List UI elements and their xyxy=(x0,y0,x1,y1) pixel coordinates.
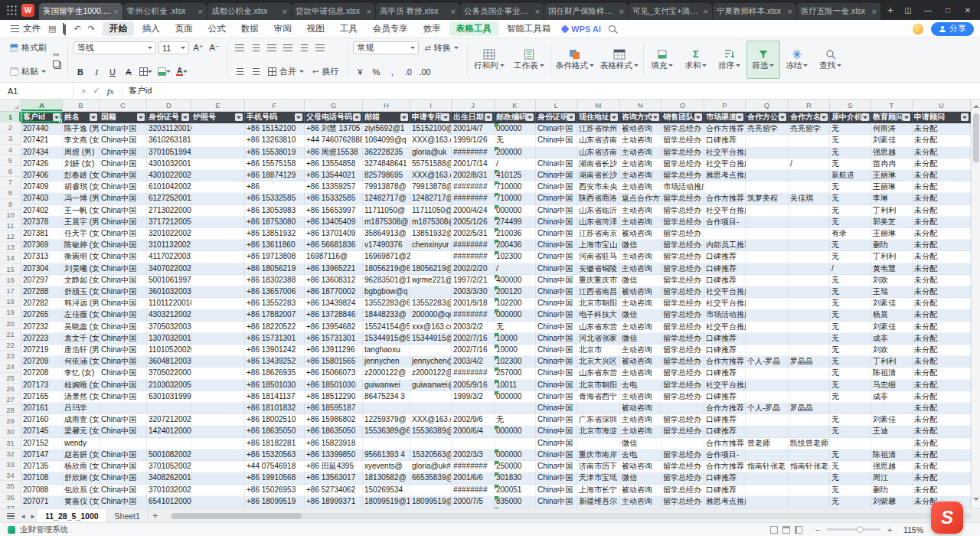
cell[interactable]: China中国 xyxy=(536,333,577,345)
cell[interactable]: 612725200110100019 xyxy=(147,193,191,204)
cell[interactable]: 18099519@1 xyxy=(410,496,452,508)
column-header-E[interactable]: E xyxy=(191,100,245,111)
header-cell[interactable]: 销售团队 xyxy=(662,112,704,123)
cell[interactable] xyxy=(746,205,789,217)
cell[interactable] xyxy=(746,135,789,146)
cell[interactable]: 济南市历下 xyxy=(577,461,620,472)
cell[interactable]: ######## xyxy=(452,193,495,204)
cell[interactable]: 207165 xyxy=(21,391,63,403)
cell[interactable]: 成非 xyxy=(871,391,913,403)
cell[interactable]: China中国 xyxy=(536,322,577,333)
cell[interactable] xyxy=(191,205,245,217)
cell[interactable]: 18099519@1 xyxy=(363,496,410,508)
close-tab-icon[interactable]: × xyxy=(367,7,371,16)
cell[interactable] xyxy=(746,485,789,496)
cell[interactable]: ######## xyxy=(452,147,495,159)
cell[interactable]: China中国 xyxy=(100,170,147,181)
cell[interactable] xyxy=(704,181,746,193)
undo-icon[interactable]: ↶ xyxy=(74,25,80,33)
cell[interactable]: 207152 xyxy=(21,438,63,449)
cell[interactable]: 罗晶晶 xyxy=(789,356,830,368)
cell[interactable]: 主动咨询 xyxy=(620,159,662,170)
cell[interactable]: 留学总经办 xyxy=(662,217,704,228)
cell[interactable]: xyevents@ xyxy=(363,461,410,472)
header-cell[interactable]: 邮箱 xyxy=(363,112,410,123)
cell[interactable]: 35864913@ xyxy=(363,228,410,240)
cell[interactable]: +86 13563017 xyxy=(305,472,363,484)
cell[interactable]: 55751588@ xyxy=(410,159,452,170)
increase-indent-icon[interactable] xyxy=(249,65,263,78)
cell[interactable]: ######## xyxy=(452,309,495,321)
cell[interactable] xyxy=(746,240,789,251)
cell[interactable]: 15536389@6 xyxy=(363,426,410,437)
cell[interactable] xyxy=(452,438,495,449)
cell[interactable]: 黄嘉仪 (女 xyxy=(63,496,100,508)
increase-decimal-button[interactable]: .00 xyxy=(417,65,432,78)
cell[interactable] xyxy=(363,403,410,414)
cell[interactable]: 社交平台推广 xyxy=(704,159,746,170)
cell[interactable]: 社交平台推广 xyxy=(704,286,746,298)
row-header-25[interactable]: 25 xyxy=(0,373,21,384)
cell[interactable]: bgbgbow@q xyxy=(363,286,410,298)
wps-floating-logo[interactable]: S xyxy=(931,502,963,534)
row-header-21[interactable]: 21 xyxy=(0,329,21,340)
cell[interactable]: 売亮留学 xyxy=(789,123,830,135)
cell[interactable]: 留学总经办 xyxy=(662,356,704,368)
cell[interactable]: 11711050@ xyxy=(363,205,410,217)
cell[interactable]: 王丽琳 xyxy=(871,228,913,240)
cell[interactable]: XXX@163.c xyxy=(410,170,452,181)
cell[interactable] xyxy=(191,147,245,159)
cell[interactable]: 指南针张老 xyxy=(789,461,830,472)
cell[interactable]: China中国 xyxy=(100,263,147,275)
cell[interactable] xyxy=(191,217,245,228)
cell[interactable]: 微信 xyxy=(620,438,662,449)
cell[interactable] xyxy=(746,368,789,379)
cell[interactable]: 周煜 (男) xyxy=(63,147,100,159)
cell[interactable]: 刘素佳 xyxy=(871,298,913,309)
cell[interactable]: China中国 xyxy=(536,449,577,461)
filter-dropdown-icon[interactable] xyxy=(610,113,618,121)
cell[interactable] xyxy=(871,438,913,449)
cell[interactable]: / xyxy=(789,159,830,170)
cell[interactable]: 指南针张老 xyxy=(746,461,789,472)
cell[interactable]: China中国 xyxy=(100,217,147,228)
filter-dropdown-icon[interactable] xyxy=(235,113,243,121)
cell[interactable] xyxy=(830,403,871,414)
cell[interactable]: +86 18056219 xyxy=(245,263,305,275)
member-icon[interactable] xyxy=(913,24,923,34)
cell[interactable]: 留学总经办 xyxy=(662,135,704,146)
page-view-icon[interactable] xyxy=(782,526,790,534)
cell[interactable]: 王晨宇 (男 xyxy=(63,217,100,228)
cell[interactable]: 15344915@5 xyxy=(363,333,410,345)
cell[interactable]: 16987116@ xyxy=(305,251,363,263)
formula-content[interactable]: 客户id xyxy=(122,85,152,96)
row-header-34[interactable]: 34 xyxy=(0,470,21,481)
header-cell[interactable]: 客户id xyxy=(21,112,63,123)
cell[interactable]: +86 13439252 xyxy=(245,356,305,368)
cell[interactable] xyxy=(746,298,789,309)
cell[interactable]: 360103200303300725 xyxy=(147,286,191,298)
cell[interactable]: 微信 xyxy=(620,309,662,321)
cell[interactable]: 凯悦曾老师 xyxy=(789,438,830,449)
cell[interactable]: 370502200012272047 xyxy=(147,368,191,379)
cell[interactable] xyxy=(746,391,789,403)
cell[interactable]: 102300 xyxy=(495,356,536,368)
cell[interactable]: China中国 xyxy=(536,286,577,298)
cell[interactable]: 山东省临沂 xyxy=(577,205,620,217)
cell[interactable]: 无 xyxy=(830,380,871,391)
worksheet-button[interactable]: 工作表 xyxy=(509,41,549,79)
sheet-tab-Sheet1[interactable]: Sheet1 xyxy=(107,509,149,523)
cell[interactable]: +86 13701409 xyxy=(305,228,363,240)
cell[interactable]: 文静如 (女 xyxy=(63,275,100,286)
cell[interactable]: 32010220020531242X xyxy=(147,228,191,240)
cell[interactable]: 微信 xyxy=(620,240,662,251)
cell[interactable]: 刘素佳 xyxy=(871,135,913,146)
cell[interactable]: 口碑推荐 xyxy=(704,368,746,379)
fill-handle[interactable] xyxy=(59,119,62,123)
cell[interactable]: 未分配 xyxy=(913,286,971,298)
cell[interactable]: China中国 xyxy=(536,461,577,472)
cell[interactable]: 400000 xyxy=(495,275,536,286)
cell[interactable]: +86 18002510 xyxy=(245,414,305,426)
row-header-18[interactable]: 18 xyxy=(0,296,21,307)
tab-审阅[interactable]: 审阅 xyxy=(267,21,299,36)
